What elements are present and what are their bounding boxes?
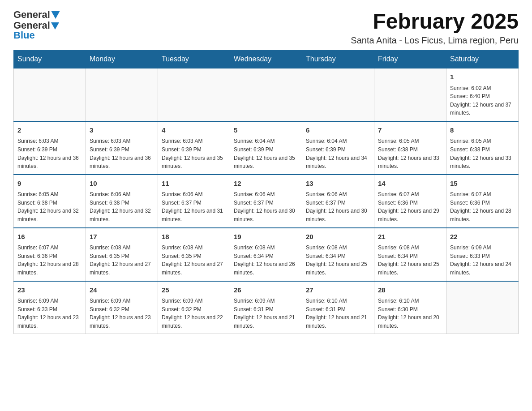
day-info: Sunrise: 6:06 AM Sunset: 6:38 PM Dayligh… (90, 190, 154, 223)
logo-chevron-icon (51, 22, 59, 30)
calendar-cell: 23Sunrise: 6:09 AM Sunset: 6:33 PM Dayli… (14, 281, 86, 334)
day-info: Sunrise: 6:02 AM Sunset: 6:40 PM Dayligh… (450, 84, 515, 117)
day-number: 13 (306, 179, 370, 189)
title-area: February 2025 Santa Anita - Los Ficus, L… (351, 9, 519, 46)
calendar-cell: 7Sunrise: 6:05 AM Sunset: 6:38 PM Daylig… (374, 121, 446, 175)
day-info: Sunrise: 6:04 AM Sunset: 6:39 PM Dayligh… (234, 137, 298, 170)
day-number: 11 (162, 179, 226, 189)
calendar-cell: 20Sunrise: 6:08 AM Sunset: 6:34 PM Dayli… (302, 228, 374, 281)
day-info: Sunrise: 6:08 AM Sunset: 6:35 PM Dayligh… (162, 244, 226, 277)
day-info: Sunrise: 6:06 AM Sunset: 6:37 PM Dayligh… (162, 190, 226, 223)
logo-blue-text: Blue (13, 30, 35, 41)
day-number: 19 (234, 232, 298, 242)
day-info: Sunrise: 6:07 AM Sunset: 6:36 PM Dayligh… (450, 190, 515, 223)
day-number: 25 (162, 285, 226, 295)
calendar-cell: 21Sunrise: 6:08 AM Sunset: 6:34 PM Dayli… (374, 228, 446, 281)
calendar-week-4: 16Sunrise: 6:07 AM Sunset: 6:36 PM Dayli… (14, 228, 519, 281)
day-info: Sunrise: 6:05 AM Sunset: 6:38 PM Dayligh… (450, 137, 515, 170)
calendar-cell: 2Sunrise: 6:03 AM Sunset: 6:39 PM Daylig… (14, 121, 86, 175)
calendar-cell: 18Sunrise: 6:08 AM Sunset: 6:35 PM Dayli… (158, 228, 230, 281)
day-number: 5 (234, 125, 298, 136)
weekday-header-thursday: Thursday (302, 51, 374, 68)
day-number: 22 (450, 232, 515, 242)
calendar-cell: 26Sunrise: 6:09 AM Sunset: 6:31 PM Dayli… (230, 281, 302, 334)
calendar-cell: 8Sunrise: 6:05 AM Sunset: 6:38 PM Daylig… (446, 121, 519, 175)
logo: General (13, 9, 58, 21)
day-number: 6 (306, 125, 370, 136)
day-info: Sunrise: 6:05 AM Sunset: 6:38 PM Dayligh… (17, 190, 82, 223)
calendar-week-2: 2Sunrise: 6:03 AM Sunset: 6:39 PM Daylig… (14, 121, 519, 175)
day-info: Sunrise: 6:09 AM Sunset: 6:33 PM Dayligh… (17, 297, 82, 330)
weekday-header-friday: Friday (374, 51, 446, 68)
day-number: 15 (450, 179, 515, 189)
calendar-cell: 15Sunrise: 6:07 AM Sunset: 6:36 PM Dayli… (446, 175, 519, 228)
day-number: 14 (378, 179, 442, 189)
day-number: 2 (17, 125, 82, 136)
calendar-header-row: SundayMondayTuesdayWednesdayThursdayFrid… (14, 51, 519, 68)
calendar-week-1: 1Sunrise: 6:02 AM Sunset: 6:40 PM Daylig… (14, 68, 519, 121)
calendar-cell: 9Sunrise: 6:05 AM Sunset: 6:38 PM Daylig… (14, 175, 86, 228)
day-info: Sunrise: 6:07 AM Sunset: 6:36 PM Dayligh… (17, 244, 82, 277)
calendar-cell: 13Sunrise: 6:06 AM Sunset: 6:37 PM Dayli… (302, 175, 374, 228)
day-info: Sunrise: 6:09 AM Sunset: 6:33 PM Dayligh… (450, 244, 515, 277)
weekday-header-sunday: Sunday (14, 51, 86, 68)
calendar-cell: 5Sunrise: 6:04 AM Sunset: 6:39 PM Daylig… (230, 121, 302, 175)
weekday-header-monday: Monday (86, 51, 158, 68)
day-info: Sunrise: 6:08 AM Sunset: 6:34 PM Dayligh… (234, 244, 298, 277)
calendar: SundayMondayTuesdayWednesdayThursdayFrid… (13, 50, 519, 334)
calendar-cell: 16Sunrise: 6:07 AM Sunset: 6:36 PM Dayli… (14, 228, 86, 281)
day-info: Sunrise: 6:05 AM Sunset: 6:38 PM Dayligh… (378, 137, 442, 170)
calendar-cell: 6Sunrise: 6:04 AM Sunset: 6:39 PM Daylig… (302, 121, 374, 175)
day-number: 8 (450, 125, 515, 136)
day-info: Sunrise: 6:09 AM Sunset: 6:32 PM Dayligh… (162, 297, 226, 330)
day-number: 3 (90, 125, 154, 136)
calendar-cell: 12Sunrise: 6:06 AM Sunset: 6:37 PM Dayli… (230, 175, 302, 228)
day-number: 20 (306, 232, 370, 242)
calendar-cell: 1Sunrise: 6:02 AM Sunset: 6:40 PM Daylig… (446, 68, 519, 121)
day-info: Sunrise: 6:03 AM Sunset: 6:39 PM Dayligh… (17, 137, 82, 170)
weekday-header-saturday: Saturday (446, 51, 519, 68)
day-number: 16 (17, 232, 82, 242)
day-info: Sunrise: 6:10 AM Sunset: 6:30 PM Dayligh… (378, 297, 442, 330)
month-title: February 2025 (351, 9, 519, 34)
day-number: 4 (162, 125, 226, 136)
day-number: 28 (378, 285, 442, 295)
day-number: 17 (90, 232, 154, 242)
logo-area: General General Blue (13, 9, 60, 41)
header: General General Blue February 2025 Santa… (13, 9, 519, 46)
day-info: Sunrise: 6:03 AM Sunset: 6:39 PM Dayligh… (90, 137, 154, 170)
calendar-cell: 22Sunrise: 6:09 AM Sunset: 6:33 PM Dayli… (446, 228, 519, 281)
calendar-cell: 3Sunrise: 6:03 AM Sunset: 6:39 PM Daylig… (86, 121, 158, 175)
day-number: 10 (90, 179, 154, 189)
day-info: Sunrise: 6:08 AM Sunset: 6:34 PM Dayligh… (306, 244, 370, 277)
day-info: Sunrise: 6:09 AM Sunset: 6:32 PM Dayligh… (90, 297, 154, 330)
location-subtitle: Santa Anita - Los Ficus, Lima region, Pe… (351, 35, 519, 46)
day-info: Sunrise: 6:03 AM Sunset: 6:39 PM Dayligh… (162, 137, 226, 170)
day-number: 27 (306, 285, 370, 295)
calendar-week-3: 9Sunrise: 6:05 AM Sunset: 6:38 PM Daylig… (14, 175, 519, 228)
calendar-week-5: 23Sunrise: 6:09 AM Sunset: 6:33 PM Dayli… (14, 281, 519, 334)
weekday-header-wednesday: Wednesday (230, 51, 302, 68)
day-info: Sunrise: 6:06 AM Sunset: 6:37 PM Dayligh… (306, 190, 370, 223)
day-number: 12 (234, 179, 298, 189)
calendar-cell (302, 68, 374, 121)
calendar-cell (14, 68, 86, 121)
day-number: 18 (162, 232, 226, 242)
day-number: 21 (378, 232, 442, 242)
calendar-cell (230, 68, 302, 121)
calendar-cell: 14Sunrise: 6:07 AM Sunset: 6:36 PM Dayli… (374, 175, 446, 228)
logo-triangle-icon (51, 11, 60, 19)
day-info: Sunrise: 6:08 AM Sunset: 6:34 PM Dayligh… (378, 244, 442, 277)
day-info: Sunrise: 6:06 AM Sunset: 6:37 PM Dayligh… (234, 190, 298, 223)
calendar-cell (374, 68, 446, 121)
day-number: 23 (17, 285, 82, 295)
calendar-cell: 19Sunrise: 6:08 AM Sunset: 6:34 PM Dayli… (230, 228, 302, 281)
calendar-cell (446, 281, 519, 334)
calendar-cell: 4Sunrise: 6:03 AM Sunset: 6:39 PM Daylig… (158, 121, 230, 175)
day-number: 9 (17, 179, 82, 189)
calendar-cell: 10Sunrise: 6:06 AM Sunset: 6:38 PM Dayli… (86, 175, 158, 228)
day-info: Sunrise: 6:09 AM Sunset: 6:31 PM Dayligh… (234, 297, 298, 330)
day-number: 26 (234, 285, 298, 295)
calendar-cell: 27Sunrise: 6:10 AM Sunset: 6:31 PM Dayli… (302, 281, 374, 334)
calendar-cell: 17Sunrise: 6:08 AM Sunset: 6:35 PM Dayli… (86, 228, 158, 281)
